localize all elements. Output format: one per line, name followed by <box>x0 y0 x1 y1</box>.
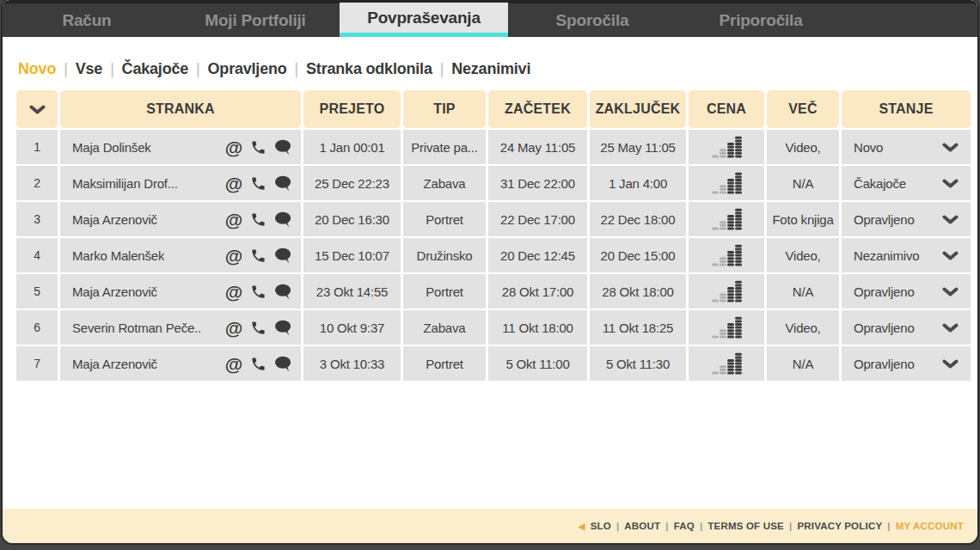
email-at-icon[interactable]: @ <box>225 247 242 265</box>
tab-racun[interactable]: Račun <box>3 3 171 37</box>
status-cell[interactable]: Opravljeno <box>842 310 971 345</box>
start-cell: 28 Okt 17:00 <box>488 274 587 309</box>
tab-priporocila[interactable]: Priporočila <box>677 3 845 37</box>
footer-separator: | <box>611 521 624 531</box>
column-header-prejeto[interactable]: PREJETO <box>303 90 401 128</box>
phone-icon[interactable] <box>250 211 266 228</box>
status-dropdown-chevron-icon[interactable] <box>942 143 959 152</box>
client-name: Maja Dolinšek <box>72 140 151 155</box>
price-coins-icon <box>711 208 743 231</box>
status-cell[interactable]: Nezanimivo <box>842 238 971 272</box>
start-cell: 11 Okt 18:00 <box>488 310 587 345</box>
column-header-več[interactable]: VEČ <box>767 90 839 128</box>
price-cell <box>689 274 764 309</box>
filter-vse[interactable]: Vse <box>76 60 102 78</box>
start-cell: 22 Dec 17:00 <box>488 202 587 236</box>
price-coins-icon <box>711 136 743 159</box>
column-header-tip[interactable]: TIP <box>403 90 486 128</box>
phone-icon[interactable] <box>250 356 266 372</box>
client-name: Severin Rotman Peče.. <box>72 321 201 335</box>
status-cell[interactable]: Opravljeno <box>842 274 971 309</box>
tab-moji-portfoliji[interactable]: Moji Portfoliji <box>171 3 340 37</box>
contact-icons: @ <box>225 247 292 265</box>
chat-bubble-icon[interactable] <box>274 284 292 300</box>
footer-bar: ◀ SLO|ABOUT|FAQ|TERMS OF USE|PRIVACY POL… <box>3 509 977 543</box>
column-header-začetek[interactable]: ZAČETEK <box>488 90 587 128</box>
price-coins-icon <box>711 280 743 303</box>
status-cell[interactable]: Novo <box>842 130 971 164</box>
footer-link-terms-of-use[interactable]: TERMS OF USE <box>707 521 784 531</box>
client-cell[interactable]: Severin Rotman Peče.. @ <box>60 310 301 345</box>
contact-icons: @ <box>225 283 292 301</box>
status-dropdown-chevron-icon[interactable] <box>942 251 959 260</box>
main-content: Novo|Vse|Čakajoče|Opravljeno|Stranka odk… <box>3 37 977 509</box>
status-dropdown-chevron-icon[interactable] <box>942 359 959 369</box>
filter-novo[interactable]: Novo <box>18 60 56 78</box>
phone-icon[interactable] <box>250 175 266 192</box>
back-arrow-icon[interactable]: ◀ <box>579 522 585 531</box>
footer-link-about[interactable]: ABOUT <box>624 521 660 531</box>
select-all-dropdown[interactable] <box>16 90 58 128</box>
tab-povprasevanja[interactable]: Povpraševanja <box>340 3 508 37</box>
status-label: Opravljeno <box>854 284 915 299</box>
status-cell[interactable]: Čakajoče <box>842 166 971 200</box>
phone-icon[interactable] <box>250 139 266 156</box>
email-at-icon[interactable]: @ <box>225 174 242 192</box>
column-header-zaključek[interactable]: ZAKLJUČEK <box>590 90 686 128</box>
footer-link-my-account[interactable]: MY ACCOUNT <box>896 521 964 531</box>
chat-bubble-icon[interactable] <box>274 139 292 156</box>
column-header-cena[interactable]: CENA <box>689 90 764 128</box>
top-tab-bar: Račun Moji Portfoliji Povpraševanja Spor… <box>3 0 977 37</box>
contact-icons: @ <box>225 211 292 229</box>
received-cell: 15 Dec 10:07 <box>303 238 401 272</box>
chat-bubble-icon[interactable] <box>274 320 292 336</box>
filter-čakajoče[interactable]: Čakajoče <box>122 60 188 78</box>
client-cell[interactable]: Maja Arzenovič @ <box>60 202 301 236</box>
tab-sporocila[interactable]: Sporočila <box>508 3 677 37</box>
email-at-icon[interactable]: @ <box>225 355 242 373</box>
phone-icon[interactable] <box>250 320 266 336</box>
email-at-icon[interactable]: @ <box>225 283 242 301</box>
client-cell[interactable]: Maja Arzenovič @ <box>60 346 301 381</box>
filter-stranka-odklonila[interactable]: Stranka odklonila <box>306 60 432 78</box>
email-at-icon[interactable]: @ <box>225 138 242 156</box>
footer-link-faq[interactable]: FAQ <box>674 521 695 531</box>
chat-bubble-icon[interactable] <box>274 175 292 192</box>
status-label: Čakajoče <box>854 176 906 191</box>
email-at-icon[interactable]: @ <box>225 319 242 337</box>
row-number: 6 <box>16 310 58 345</box>
filter-opravljeno[interactable]: Opravljeno <box>208 60 287 78</box>
status-cell[interactable]: Opravljeno <box>842 346 971 381</box>
client-cell[interactable]: Maja Arzenovič @ <box>60 274 301 309</box>
client-cell[interactable]: Maja Dolinšek @ <box>60 130 301 164</box>
price-cell <box>689 202 764 236</box>
column-header-stranka[interactable]: STRANKA <box>60 90 301 128</box>
status-label: Novo <box>854 140 883 155</box>
price-cell <box>689 346 764 381</box>
status-dropdown-chevron-icon[interactable] <box>942 323 959 333</box>
filter-separator: | <box>188 60 207 78</box>
status-cell[interactable]: Opravljeno <box>842 202 971 236</box>
phone-icon[interactable] <box>250 248 266 264</box>
received-cell: 23 Okt 14:55 <box>303 274 401 309</box>
status-dropdown-chevron-icon[interactable] <box>942 179 959 188</box>
contact-icons: @ <box>225 174 292 192</box>
email-at-icon[interactable]: @ <box>225 211 242 229</box>
more-cell: N/A <box>767 274 839 309</box>
inquiries-table: STRANKAPREJETOTIPZAČETEKZAKLJUČEKCENAVEČ… <box>16 90 964 381</box>
chat-bubble-icon[interactable] <box>274 356 292 372</box>
chevron-down-icon[interactable] <box>29 105 46 114</box>
phone-icon[interactable] <box>250 284 266 300</box>
contact-icons: @ <box>225 319 292 337</box>
footer-link-slo[interactable]: SLO <box>591 521 611 531</box>
footer-link-privacy-policy[interactable]: PRIVACY POLICY <box>797 521 882 531</box>
chat-bubble-icon[interactable] <box>274 248 292 264</box>
filter-nezanimivi[interactable]: Nezanimivi <box>451 60 530 78</box>
client-cell[interactable]: Marko Malenšek @ <box>60 238 301 272</box>
client-name: Marko Malenšek <box>72 248 164 263</box>
status-dropdown-chevron-icon[interactable] <box>942 287 959 296</box>
chat-bubble-icon[interactable] <box>274 211 292 228</box>
client-cell[interactable]: Maksimilijan Drof... @ <box>60 166 301 200</box>
column-header-stanje[interactable]: STANJE <box>842 90 971 128</box>
status-dropdown-chevron-icon[interactable] <box>942 215 959 224</box>
